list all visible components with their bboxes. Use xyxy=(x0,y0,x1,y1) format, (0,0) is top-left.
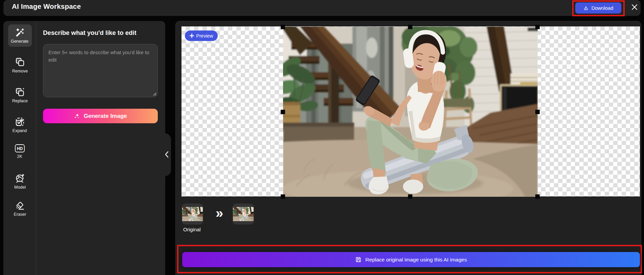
svg-text:HD: HD xyxy=(17,146,23,151)
